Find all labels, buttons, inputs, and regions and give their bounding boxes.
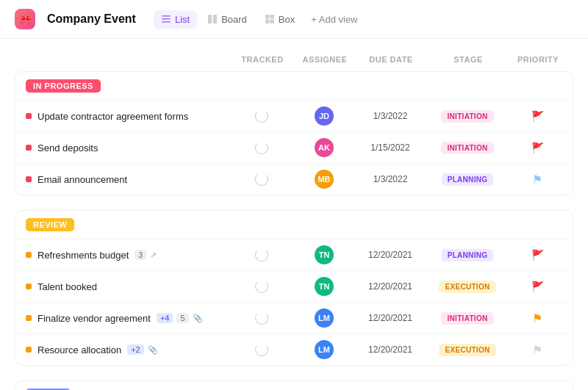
svg-rect-0 xyxy=(162,15,171,17)
assignee-cell: MB xyxy=(295,170,354,189)
avatar: TN xyxy=(315,277,334,296)
avatar: MB xyxy=(315,170,334,189)
priority-cell: 🚩 xyxy=(508,249,567,261)
task-name: Refreshments budget 3 ↗ xyxy=(26,250,229,261)
stage-badge: INITIATION xyxy=(441,312,493,325)
priority-flag: 🚩 xyxy=(531,249,544,261)
task-dot xyxy=(26,347,32,353)
stage-cell: PLANNING xyxy=(427,173,508,186)
task-dot xyxy=(26,145,32,151)
due-date: 12/20/2021 xyxy=(354,250,427,260)
avatar: TN xyxy=(315,245,334,264)
section-header-review: REVIEW xyxy=(15,211,573,239)
svg-rect-8 xyxy=(270,20,274,24)
badge-in-progress: IN PROGRESS xyxy=(26,79,101,93)
task-row[interactable]: Finalize vendor agreement +4 5 📎 LM 12/2… xyxy=(15,302,573,333)
priority-flag: 🚩 xyxy=(531,142,544,154)
assignee-cell: AK xyxy=(295,138,354,157)
assignee-cell: LM xyxy=(295,340,354,359)
task-name: Talent booked xyxy=(26,281,229,292)
tracked-cell xyxy=(229,173,295,186)
task-dot xyxy=(26,284,32,289)
refresh-icon xyxy=(255,280,268,293)
assignee-cell: JD xyxy=(295,106,354,126)
stage-cell: EXECUTION xyxy=(427,281,508,293)
stage-badge: INITIATION xyxy=(441,142,493,154)
col-name xyxy=(35,55,229,64)
col-due-date: DUE DATE xyxy=(354,55,428,64)
tracked-cell xyxy=(229,248,295,261)
due-date: 1/3/2022 xyxy=(354,111,427,121)
priority-cell: 🚩 xyxy=(508,110,567,122)
task-dot xyxy=(26,252,32,258)
tab-board[interactable]: Board xyxy=(200,10,254,29)
paperclip-icon: 📎 xyxy=(193,314,203,323)
avatar: JD xyxy=(315,106,334,126)
svg-rect-2 xyxy=(162,21,171,23)
app-header: 🎀 Company Event List Board B xyxy=(0,0,588,39)
task-meta: 3 ↗ xyxy=(135,250,157,260)
priority-cell: 🚩 xyxy=(508,281,567,292)
paperclip-icon2: 📎 xyxy=(148,345,158,355)
refresh-icon xyxy=(255,173,268,186)
list-icon xyxy=(161,14,171,24)
app-icon: 🎀 xyxy=(15,9,35,29)
priority-flag: ⚑ xyxy=(532,173,542,187)
section-review: REVIEW Refreshments budget 3 ↗ TN 12/20/… xyxy=(15,210,573,366)
due-date: 12/20/2021 xyxy=(354,313,427,323)
refresh-small-icon: ↗ xyxy=(150,250,157,260)
due-date: 12/20/2021 xyxy=(354,344,427,355)
tab-list-label: List xyxy=(175,14,190,25)
refresh-icon xyxy=(255,343,268,356)
task-meta: +2 📎 xyxy=(127,344,158,355)
svg-rect-6 xyxy=(270,15,274,19)
task-meta: +4 5 📎 xyxy=(157,313,203,323)
task-name: Finalize vendor agreement +4 5 📎 xyxy=(26,313,229,324)
svg-rect-4 xyxy=(213,15,217,24)
task-row[interactable]: Send deposits AK 1/15/2022 INITIATION 🚩 xyxy=(15,131,573,163)
priority-cell: ⚑ xyxy=(508,343,567,357)
add-view-label: + Add view xyxy=(311,14,357,25)
add-view-button[interactable]: + Add view xyxy=(305,10,363,29)
stage-cell: INITIATION xyxy=(427,142,508,154)
due-date: 1/3/2022 xyxy=(354,174,427,184)
stage-badge: PLANNING xyxy=(442,173,494,186)
tracked-cell xyxy=(229,280,295,293)
task-row[interactable]: Email announcement MB 1/3/2022 PLANNING … xyxy=(15,163,573,195)
stage-badge: INITIATION xyxy=(441,110,493,123)
task-dot xyxy=(26,315,32,321)
stage-badge: EXECUTION xyxy=(439,281,495,293)
tab-box[interactable]: Box xyxy=(257,10,302,29)
svg-rect-7 xyxy=(265,20,270,24)
assignee-cell: TN xyxy=(295,245,354,264)
task-row[interactable]: Talent booked TN 12/20/2021 EXECUTION 🚩 xyxy=(15,270,573,302)
stage-cell: INITIATION xyxy=(427,110,508,123)
stage-cell: EXECUTION xyxy=(427,344,508,356)
task-name: Send deposits xyxy=(26,142,229,154)
priority-cell: ⚑ xyxy=(508,173,567,187)
col-tracked: TRACKED xyxy=(229,55,295,64)
meta-count: 3 xyxy=(135,250,146,260)
table-header: TRACKED ASSIGNEE DUE DATE STAGE PRIORITY xyxy=(15,51,573,68)
avatar: AK xyxy=(315,138,334,157)
col-assignee: ASSIGNEE xyxy=(295,55,354,64)
col-priority: PRIORITY xyxy=(509,55,567,64)
tracked-cell xyxy=(229,343,295,356)
task-name: Resource allocation +2 📎 xyxy=(26,344,229,355)
task-row[interactable]: Refreshments budget 3 ↗ TN 12/20/2021 PL… xyxy=(15,239,573,270)
task-dot xyxy=(26,176,32,182)
due-date: 12/20/2021 xyxy=(354,281,427,292)
tab-list[interactable]: List xyxy=(154,10,197,29)
badge-review: REVIEW xyxy=(26,218,74,231)
task-row[interactable]: Resource allocation +2 📎 LM 12/20/2021 E… xyxy=(15,333,573,365)
stage-badge: PLANNING xyxy=(442,249,494,261)
project-title: Company Event xyxy=(47,12,136,26)
board-icon xyxy=(207,14,218,24)
section-header-ready: READY xyxy=(15,381,573,390)
task-row[interactable]: Update contractor agreement forms JD 1/3… xyxy=(15,100,573,131)
meta-count2: 5 xyxy=(176,313,188,323)
meta-count-plus2: +2 xyxy=(127,344,144,355)
assignee-cell: TN xyxy=(295,277,354,296)
section-ready: READY Update website LM 12/20/2021 PLANN… xyxy=(15,380,573,390)
priority-flag: ⚑ xyxy=(532,343,542,357)
